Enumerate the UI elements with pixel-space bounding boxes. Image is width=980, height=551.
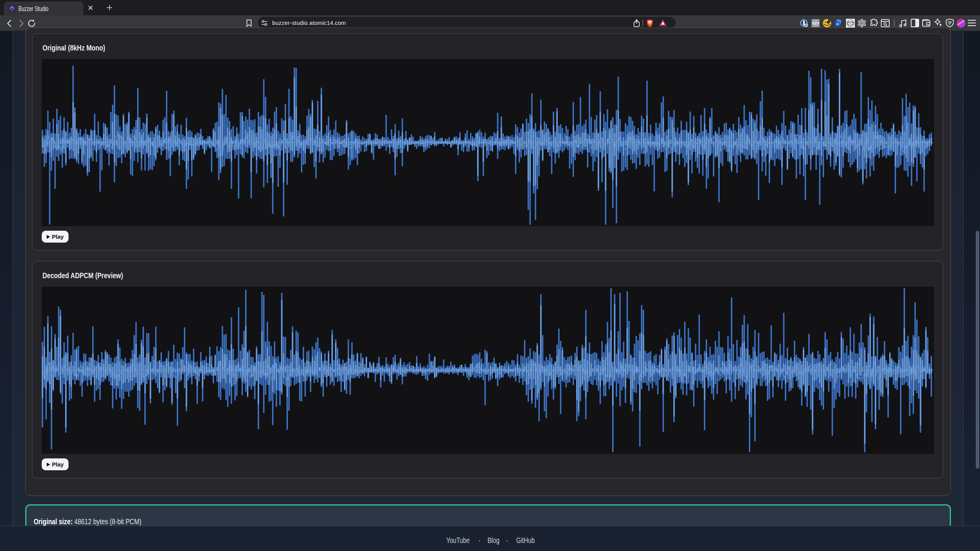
svg-text:</>: </> [812,21,819,26]
